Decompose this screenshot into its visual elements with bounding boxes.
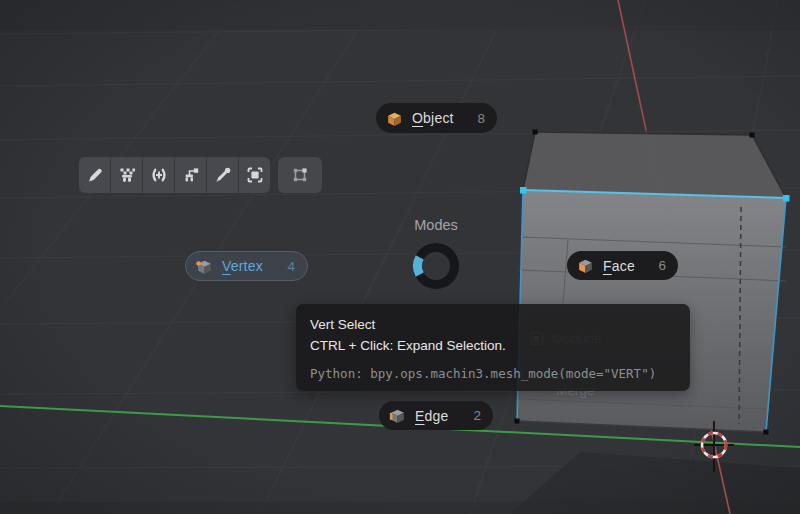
lattice-icon — [290, 165, 310, 185]
edge-cube-icon — [389, 407, 406, 424]
pencil-icon — [85, 165, 105, 185]
toolbar-button-group — [79, 157, 270, 193]
tooltip-python-command: Python: bpy.ops.machin3.mesh_mode(mode="… — [310, 366, 676, 381]
eyedropper-icon — [213, 165, 233, 185]
checker-stamp-icon — [117, 165, 137, 185]
clamp-tool-button[interactable] — [142, 157, 174, 193]
edit-mode-toolbar — [79, 157, 322, 193]
tooltip-shortcut-hint: CTRL + Click: Expand Selection. — [310, 335, 676, 356]
object-cube-icon — [386, 110, 403, 127]
eyedropper-tool-button[interactable] — [206, 157, 238, 193]
face-cube-icon — [577, 257, 594, 274]
pie-item-count: 2 — [459, 408, 481, 423]
tooltip: Vert Select CTRL + Click: Expand Selecti… — [296, 304, 690, 391]
pie-item-edge[interactable]: Edge 2 — [379, 401, 493, 430]
pie-item-count: 4 — [273, 259, 295, 274]
blender-viewport-window: Occlude Auto Merge Vert Select CTRL + Cl… — [0, 0, 800, 514]
viewport-3d[interactable] — [0, 0, 800, 514]
clamp-icon — [149, 165, 169, 185]
pie-item-label: Edge — [415, 408, 449, 424]
pie-item-label: Object — [412, 110, 454, 126]
tooltip-title: Vert Select — [310, 314, 676, 335]
pie-item-object[interactable]: Object 8 — [376, 103, 497, 133]
pie-center-title: Modes — [396, 217, 476, 233]
snap-fork-icon — [181, 165, 201, 185]
frame-select-icon — [245, 165, 265, 185]
pie-item-count: 6 — [644, 258, 666, 273]
snap-fork-tool-button[interactable] — [174, 157, 206, 193]
pie-item-face[interactable]: Face 6 — [567, 251, 678, 280]
pencil-tool-button[interactable] — [79, 157, 110, 193]
checker-stamp-tool-button[interactable] — [110, 157, 142, 193]
pie-center-widget — [411, 241, 461, 291]
lattice-tool-button[interactable] — [278, 157, 322, 193]
pie-item-count: 8 — [463, 111, 485, 126]
pie-item-vertex[interactable]: Vertex 4 — [185, 251, 308, 281]
pie-center-active-segment — [418, 257, 420, 274]
pie-item-label: Face — [603, 258, 635, 274]
vertex-cube-icon — [196, 258, 213, 275]
cube-top-face — [523, 132, 786, 198]
pie-item-label: Vertex — [222, 258, 263, 274]
frame-select-tool-button[interactable] — [238, 157, 270, 193]
